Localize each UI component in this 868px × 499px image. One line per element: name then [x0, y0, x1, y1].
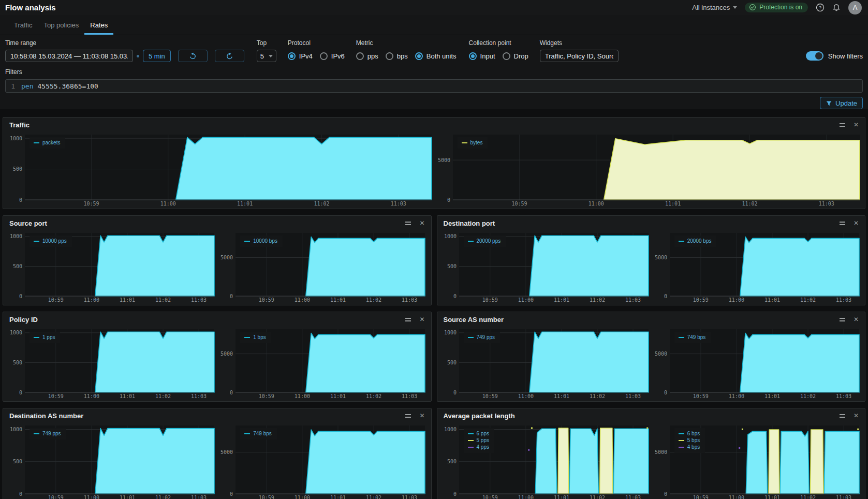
chart-destination-as-pps[interactable]: 0500100010:5911:0011:0111:0211:03749 pps — [6, 423, 217, 499]
close-icon[interactable]: ✕ — [854, 122, 859, 128]
svg-text:10:59: 10:59 — [48, 297, 64, 303]
legend-swatch-icon — [244, 337, 250, 338]
show-filters-toggle[interactable]: Show filters — [806, 50, 863, 62]
svg-text:5000: 5000 — [655, 449, 667, 455]
tab-traffic[interactable]: Traffic — [8, 15, 38, 35]
chart-destination-as-bps[interactable]: 0500010:5911:0011:0111:0211:03749 bps — [217, 423, 428, 499]
legend-label: 10000 pps — [42, 238, 67, 244]
legend-entry[interactable]: 10000 bps — [244, 238, 277, 244]
svg-text:5000: 5000 — [220, 449, 233, 455]
drag-handle-icon[interactable] — [840, 414, 845, 418]
svg-text:5000: 5000 — [437, 157, 450, 163]
close-icon[interactable]: ✕ — [854, 413, 859, 419]
radio-both-units[interactable]: Both units — [415, 52, 457, 60]
radio-pps[interactable]: pps — [356, 52, 378, 60]
chevron-down-icon — [733, 6, 737, 9]
legend-entry[interactable]: packets — [34, 139, 60, 146]
top-select[interactable]: 5 — [257, 50, 276, 62]
chart-source-port-bps[interactable]: 0500010:5911:0011:0111:0211:0310000 bps — [217, 230, 428, 304]
chart-source-port-pps[interactable]: 0500100010:5911:0011:0111:0211:0310000 p… — [6, 230, 217, 304]
drag-handle-icon[interactable] — [840, 123, 845, 127]
legend-entry[interactable]: 1 pps — [34, 334, 55, 341]
svg-text:11:03: 11:03 — [191, 495, 207, 499]
chart-source-as-bps[interactable]: 0500010:5911:0011:0111:0211:03749 bps — [651, 327, 862, 400]
widgets-input[interactable] — [540, 50, 619, 62]
legend-entry[interactable]: 4 pps — [468, 444, 489, 450]
legend-entry[interactable]: 4 bps — [679, 444, 700, 450]
chart-legend: bytes — [458, 137, 488, 149]
chart-policy-id-pps[interactable]: 0500100010:5911:0011:0111:0211:031 pps — [6, 327, 217, 400]
avatar[interactable]: A — [848, 1, 862, 14]
legend-entry[interactable]: bytes — [462, 139, 483, 146]
chart-avg-packet-length-bps[interactable]: 0500010:5911:0011:0111:0211:036 bps5 bps… — [651, 423, 862, 499]
legend-entry[interactable]: 20000 pps — [468, 238, 501, 244]
radio-ipv6[interactable]: IPv6 — [320, 52, 345, 60]
svg-text:11:02: 11:02 — [155, 393, 171, 399]
drag-handle-icon[interactable] — [840, 222, 845, 225]
legend-entry[interactable]: 5 pps — [468, 437, 489, 444]
radio-drop[interactable]: Drop — [503, 52, 528, 60]
close-icon[interactable]: ✕ — [854, 316, 859, 322]
chart-traffic-bytes[interactable]: 0500010:5911:0011:0111:0211:03bytes — [434, 132, 862, 208]
protocol-radio-group: IPv4 IPv6 — [288, 50, 345, 62]
legend-entry[interactable]: 6 pps — [468, 430, 489, 437]
tab-rates[interactable]: Rates — [84, 15, 113, 35]
svg-text:1000: 1000 — [444, 427, 456, 432]
close-icon[interactable]: ✕ — [419, 220, 424, 226]
drag-handle-icon[interactable] — [840, 318, 845, 321]
legend-label: 1 bps — [253, 334, 266, 340]
svg-text:0: 0 — [453, 390, 456, 395]
svg-text:0: 0 — [19, 293, 22, 299]
chart-destination-port-bps[interactable]: 0500010:5911:0011:0111:0211:0320000 bps — [651, 230, 862, 304]
svg-text:0: 0 — [447, 197, 450, 203]
radio-bps[interactable]: bps — [386, 52, 408, 60]
notifications-bell-icon[interactable] — [832, 4, 841, 12]
close-icon[interactable]: ✕ — [854, 220, 859, 226]
time-range-input[interactable] — [5, 50, 133, 62]
radio-ipv4[interactable]: IPv4 — [288, 52, 313, 60]
svg-text:0: 0 — [664, 491, 667, 497]
chart-avg-packet-length-pps[interactable]: 0500100010:5911:0011:0111:0211:036 pps5 … — [440, 423, 651, 499]
svg-text:10:59: 10:59 — [693, 495, 709, 499]
radio-input[interactable]: Input — [469, 52, 495, 60]
close-icon[interactable]: ✕ — [419, 413, 424, 419]
svg-text:5000: 5000 — [220, 255, 233, 260]
chart-legend: 6 bps5 bps4 bps — [674, 428, 705, 453]
undo-button[interactable] — [178, 50, 208, 62]
chart-legend: 10000 bps — [240, 236, 283, 247]
page-title: Flow analysis — [5, 3, 56, 12]
collection-point-label: Collection point — [469, 39, 528, 47]
tab-top-policies[interactable]: Top policies — [38, 15, 84, 35]
legend-entry[interactable]: 749 pps — [468, 334, 495, 341]
svg-text:10:59: 10:59 — [259, 393, 274, 399]
close-icon[interactable]: ✕ — [419, 316, 424, 322]
help-icon[interactable]: ? — [816, 3, 825, 12]
svg-text:11:01: 11:01 — [120, 495, 135, 499]
svg-text:11:01: 11:01 — [764, 495, 780, 499]
legend-entry[interactable]: 749 bps — [679, 334, 706, 341]
chart-destination-port-pps[interactable]: 0500100010:5911:0011:0111:0211:0320000 p… — [440, 230, 651, 304]
chart-policy-id-bps[interactable]: 0500010:5911:0011:0111:0211:031 bps — [217, 327, 428, 400]
legend-entry[interactable]: 6 bps — [679, 430, 700, 437]
legend-entry[interactable]: 5 bps — [679, 437, 700, 444]
update-button[interactable]: Update — [820, 97, 863, 109]
svg-text:500: 500 — [447, 360, 456, 365]
legend-entry[interactable]: 10000 pps — [34, 238, 67, 244]
drag-handle-icon[interactable] — [405, 222, 411, 225]
redo-button[interactable] — [215, 50, 244, 62]
legend-entry[interactable]: 749 pps — [34, 430, 61, 437]
instances-dropdown[interactable]: All instances — [692, 4, 737, 11]
legend-entry[interactable]: 1 bps — [244, 334, 266, 341]
svg-text:11:00: 11:00 — [295, 393, 310, 399]
legend-entry[interactable]: 20000 bps — [679, 238, 712, 244]
svg-text:11:02: 11:02 — [314, 201, 329, 207]
drag-handle-icon[interactable] — [405, 414, 411, 418]
drag-handle-icon[interactable] — [405, 318, 411, 321]
chart-traffic-packets[interactable]: 0500100010:5911:0011:0111:0211:03packets — [6, 132, 434, 208]
time-quick-range-button[interactable]: 5 min — [143, 50, 171, 62]
filters-code-editor[interactable]: 1 pen 45555.36865=100 — [5, 79, 863, 93]
svg-text:11:03: 11:03 — [625, 393, 641, 399]
chart-source-as-pps[interactable]: 0500100010:5911:0011:0111:0211:03749 pps — [440, 327, 651, 400]
svg-text:0: 0 — [19, 390, 22, 395]
legend-entry[interactable]: 749 bps — [244, 430, 272, 437]
